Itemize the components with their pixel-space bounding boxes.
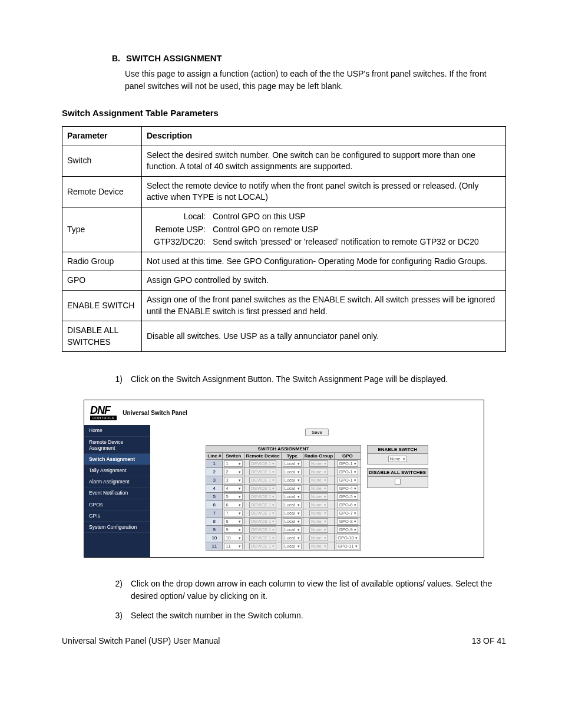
- steps-list-continued: 2)Click on the drop down arrow in each c…: [112, 578, 506, 622]
- cell-select[interactable]: 3▾: [224, 477, 243, 483]
- chevron-down-icon: ▾: [239, 528, 241, 532]
- cell-select[interactable]: Local▾: [283, 502, 302, 508]
- cell-select[interactable]: 10▾: [224, 535, 243, 541]
- cell-select[interactable]: 11▾: [224, 543, 243, 549]
- disable-all-checkbox[interactable]: [395, 479, 401, 485]
- chevron-down-icon: ▾: [354, 528, 356, 532]
- chevron-down-icon: ▾: [272, 462, 275, 466]
- sidebar-item[interactable]: Switch Assignment: [84, 454, 150, 465]
- chevron-down-icon: ▾: [324, 462, 326, 466]
- cell-select[interactable]: GPO-1▾: [337, 469, 358, 475]
- chevron-down-icon: ▾: [324, 536, 326, 541]
- sidebar-item[interactable]: Home: [84, 425, 150, 436]
- chevron-down-icon: ▾: [239, 536, 241, 541]
- table-row: 11▾DEVICE 1▾Local▾None▾GPO-1▾: [206, 460, 361, 468]
- cell-select[interactable]: 2▾: [224, 469, 243, 475]
- chevron-down-icon: ▾: [239, 511, 241, 516]
- cell-select[interactable]: Local▾: [283, 493, 302, 500]
- app-title: Universal Switch Panel: [123, 410, 187, 416]
- table-row: 55▾DEVICE 1▾Local▾None▾GPO-5▾: [206, 493, 361, 501]
- chevron-down-icon: ▾: [297, 495, 300, 499]
- cell-select: DEVICE 1▾: [249, 518, 276, 525]
- section-title: SWITCH ASSIGNMENT: [126, 53, 222, 63]
- cell-select[interactable]: Local▾: [283, 460, 302, 467]
- cell-select: DEVICE 1▾: [249, 485, 276, 492]
- chevron-down-icon: ▾: [272, 519, 275, 524]
- cell-select[interactable]: GPO-1▾: [337, 477, 358, 483]
- step-number: 1): [112, 373, 131, 386]
- cell-select[interactable]: GPO-5▾: [337, 493, 358, 500]
- param-desc: Select the remote device to notify when …: [142, 176, 506, 207]
- sidebar-item[interactable]: Event Notification: [84, 487, 150, 499]
- enable-switch-panel: ENABLE SWITCH None▾: [367, 445, 428, 465]
- cell-select[interactable]: GPO-9▾: [337, 526, 358, 533]
- param-desc: Assign GPO controlled by switch.: [142, 271, 506, 291]
- enable-switch-select[interactable]: None▾: [388, 456, 407, 462]
- cell-select[interactable]: 7▾: [224, 510, 243, 516]
- sidebar-item[interactable]: GPOs: [84, 499, 150, 510]
- cell-select[interactable]: Local▾: [283, 477, 302, 483]
- chevron-down-icon: ▾: [354, 470, 356, 475]
- cell-select[interactable]: GPO-7▾: [337, 510, 358, 516]
- cell-select[interactable]: 6▾: [224, 502, 243, 508]
- chevron-down-icon: ▾: [297, 519, 300, 524]
- cell-line: 10: [206, 534, 223, 542]
- param-desc: Assign one of the front panel switches a…: [142, 290, 506, 321]
- cell-select[interactable]: Local▾: [283, 526, 302, 533]
- cell-select[interactable]: 5▾: [224, 493, 243, 500]
- section-description: Use this page to assign a function (acti…: [125, 68, 506, 93]
- cell-select[interactable]: GPO-11▾: [336, 543, 359, 549]
- chevron-down-icon: ▾: [354, 462, 356, 466]
- chevron-down-icon: ▾: [297, 478, 300, 483]
- sa-col-header: Type: [281, 453, 303, 460]
- cell-select[interactable]: 1▾: [224, 460, 243, 467]
- table-row: 99▾DEVICE 1▾Local▾None▾GPO-9▾: [206, 526, 361, 534]
- cell-line: 5: [206, 493, 223, 501]
- cell-select[interactable]: Local▾: [283, 510, 302, 516]
- chevron-down-icon: ▾: [324, 528, 326, 532]
- param-name: GPO: [62, 271, 142, 291]
- sidebar-item[interactable]: GPIs: [84, 510, 150, 522]
- th-parameter: Parameter: [62, 127, 142, 146]
- save-button[interactable]: Save: [305, 429, 329, 436]
- cell-select: DEVICE 1▾: [249, 477, 276, 483]
- cell-line: 11: [206, 542, 223, 551]
- cell-select[interactable]: 4▾: [224, 485, 243, 492]
- step-text: Select the switch number in the Switch c…: [131, 610, 506, 622]
- cell-select[interactable]: GPO-4▾: [337, 485, 358, 492]
- cell-select[interactable]: Local▾: [283, 518, 302, 525]
- cell-select[interactable]: 9▾: [224, 526, 243, 533]
- cell-line: 1: [206, 460, 223, 468]
- chevron-down-icon: ▾: [324, 495, 326, 499]
- param-desc: Disable all switches. Use USP as a tally…: [142, 321, 506, 352]
- disable-all-panel: DISABLE ALL SWITCHES: [367, 468, 428, 488]
- cell-select[interactable]: GPO-6▾: [337, 502, 358, 508]
- sidebar-item[interactable]: System Configuration: [84, 522, 150, 533]
- table-row: 33▾DEVICE 1▾Local▾None▾GPO-1▾: [206, 476, 361, 485]
- chevron-down-icon: ▾: [272, 536, 275, 541]
- step-number: 3): [112, 610, 131, 622]
- chevron-down-icon: ▾: [239, 486, 241, 491]
- chevron-down-icon: ▾: [324, 503, 326, 508]
- cell-line: 3: [206, 476, 223, 485]
- sidebar-item[interactable]: Alarm Assignment: [84, 476, 150, 487]
- cell-select[interactable]: GPO-1▾: [337, 460, 358, 467]
- sidebar-item[interactable]: Tally Assignment: [84, 465, 150, 476]
- cell-line: 8: [206, 518, 223, 526]
- chevron-down-icon: ▾: [354, 486, 356, 491]
- cell-select[interactable]: 8▾: [224, 518, 243, 525]
- cell-select[interactable]: GPO-10▾: [336, 535, 359, 541]
- chevron-down-icon: ▾: [403, 457, 405, 462]
- cell-select[interactable]: Local▾: [283, 535, 302, 541]
- cell-select[interactable]: Local▾: [283, 469, 302, 475]
- chevron-down-icon: ▾: [324, 478, 326, 483]
- cell-select: None▾: [309, 502, 328, 508]
- chevron-down-icon: ▾: [354, 478, 356, 483]
- cell-select[interactable]: Local▾: [283, 485, 302, 492]
- cell-select[interactable]: GPO-8▾: [337, 518, 358, 525]
- sidebar-item[interactable]: Remote Device Assignment: [84, 437, 150, 454]
- chevron-down-icon: ▾: [272, 470, 275, 475]
- cell-select[interactable]: Local▾: [283, 543, 302, 549]
- chevron-down-icon: ▾: [355, 544, 358, 549]
- sa-col-header: Switch: [223, 453, 244, 460]
